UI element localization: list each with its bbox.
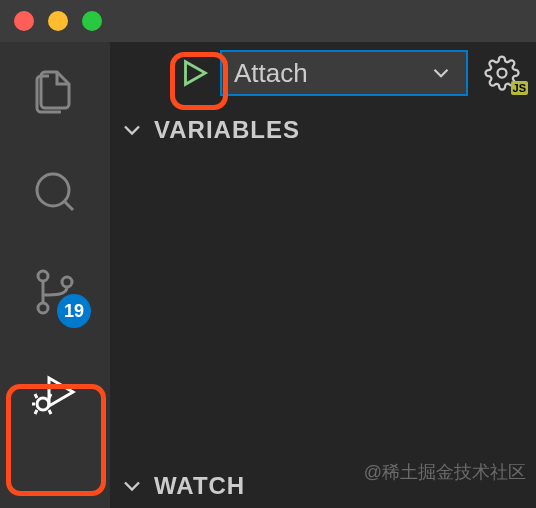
svg-point-4: [62, 277, 72, 287]
svg-line-1: [64, 201, 73, 210]
svg-point-13: [498, 69, 507, 78]
variables-label: VARIABLES: [154, 116, 300, 144]
explorer-tab[interactable]: [27, 64, 83, 120]
annotation-highlight-play: [170, 52, 228, 110]
chevron-down-icon: [118, 116, 146, 144]
search-tab[interactable]: [27, 164, 83, 220]
debug-config-select[interactable]: Attach: [220, 50, 468, 96]
files-icon: [31, 68, 79, 116]
search-icon: [31, 168, 79, 216]
variables-section-header[interactable]: VARIABLES: [110, 108, 536, 152]
minimize-window-button[interactable]: [48, 11, 68, 31]
debug-sidebar: Attach JS VARIABLES WA: [110, 42, 536, 508]
debug-settings-button[interactable]: JS: [482, 53, 522, 93]
svg-point-0: [37, 174, 69, 206]
maximize-window-button[interactable]: [82, 11, 102, 31]
watch-label: WATCH: [154, 472, 245, 500]
close-window-button[interactable]: [14, 11, 34, 31]
source-control-tab[interactable]: 19: [27, 264, 83, 320]
debug-config-label: Attach: [234, 58, 308, 89]
svg-point-2: [38, 271, 48, 281]
annotation-highlight-debug: [6, 384, 106, 496]
chevron-down-icon: [118, 472, 146, 500]
chevron-down-icon: [428, 60, 454, 86]
window-titlebar: [0, 0, 536, 42]
scm-badge: 19: [57, 294, 91, 328]
watermark-text: @稀土掘金技术社区: [364, 460, 526, 484]
svg-point-3: [38, 303, 48, 313]
js-badge: JS: [511, 81, 528, 95]
